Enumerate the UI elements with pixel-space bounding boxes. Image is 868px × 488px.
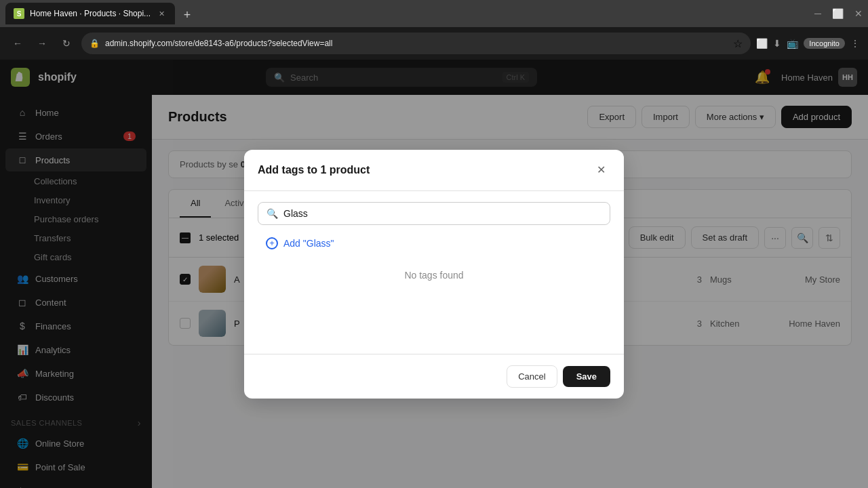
cancel-button[interactable]: Cancel [507, 365, 557, 388]
extensions-icon: ⬜ [756, 38, 768, 49]
tab-title: Home Haven · Products · Shopi... [30, 9, 151, 18]
save-button[interactable]: Save [563, 366, 610, 387]
bookmark-icon: ☆ [733, 37, 743, 50]
address-bar[interactable]: 🔒 admin.shopify.com/store/de8143-a6/prod… [81, 33, 751, 54]
tab-close-icon[interactable]: ✕ [156, 8, 167, 19]
tab-favicon: S [14, 8, 24, 19]
modal-backdrop: Add tags to 1 product ✕ 🔍 + Add "Glass" … [0, 60, 868, 488]
tag-search-wrap: 🔍 [258, 202, 610, 225]
modal-title: Add tags to 1 product [258, 164, 370, 176]
back-button[interactable]: ← [8, 34, 27, 53]
window-controls: ─ ⬜ ✕ [814, 8, 863, 19]
url-text: admin.shopify.com/store/de8143-a6/produc… [105, 39, 728, 48]
add-tag-option[interactable]: + Add "Glass" [258, 230, 610, 256]
modal-close-button[interactable]: ✕ [591, 161, 610, 180]
reload-button[interactable]: ↻ [57, 34, 76, 53]
cast-icon: 📺 [787, 38, 798, 49]
menu-icon: ⋮ [850, 38, 860, 49]
lock-icon: 🔒 [90, 39, 100, 48]
add-tags-modal: Add tags to 1 product ✕ 🔍 + Add "Glass" … [244, 150, 624, 399]
add-tag-plus-icon: + [266, 237, 278, 249]
tag-search-icon: 🔍 [267, 208, 278, 219]
download-icon: ⬇ [773, 38, 781, 49]
no-tags-message: No tags found [258, 256, 610, 294]
modal-body: 🔍 + Add "Glass" No tags found [244, 191, 624, 354]
add-tag-label: Add "Glass" [283, 238, 334, 249]
active-tab[interactable]: S Home Haven · Products · Shopi... ✕ [5, 3, 175, 24]
incognito-badge: Incognito [804, 38, 845, 49]
new-tab-button[interactable]: + [178, 5, 197, 24]
modal-header: Add tags to 1 product ✕ [244, 150, 624, 191]
tag-search-input[interactable] [283, 208, 601, 219]
modal-footer: Cancel Save [244, 354, 624, 399]
forward-button[interactable]: → [33, 34, 52, 53]
